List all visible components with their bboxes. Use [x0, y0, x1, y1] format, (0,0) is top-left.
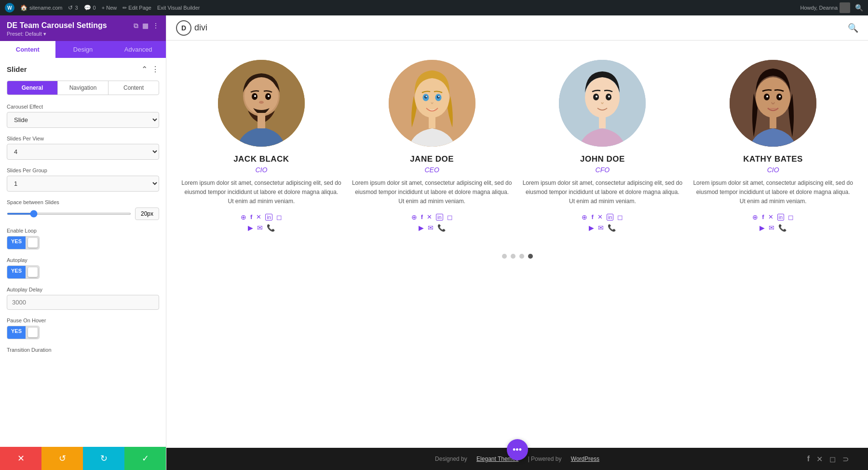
linkedin-icon-1[interactable]: in — [265, 214, 272, 221]
team-name-1: JACK BLACK — [233, 154, 289, 164]
carousel-dot-2[interactable] — [511, 254, 515, 259]
linkedin-icon-3[interactable]: in — [607, 214, 614, 221]
carousel-effect-select[interactable]: Slide Fade Cube Coverflow — [7, 112, 159, 128]
autoplay-delay-input[interactable] — [7, 295, 159, 310]
autoplay-delay-label: Autoplay Delay — [7, 287, 159, 292]
more-icon[interactable]: ⋮ — [152, 22, 159, 29]
mail-icon-2[interactable]: ✉ — [428, 224, 434, 232]
wp-site-name[interactable]: 🏠 sitename.com — [20, 4, 62, 11]
svg-rect-19 — [429, 115, 435, 128]
wp-edit-page[interactable]: ✏ Edit Page — [122, 5, 151, 11]
mail-icon-4[interactable]: ✉ — [769, 224, 774, 232]
globe-icon-4[interactable]: ⊕ — [752, 213, 758, 221]
youtube-icon-4[interactable]: ▶ — [760, 224, 765, 232]
cancel-button[interactable]: ✕ — [0, 447, 41, 470]
carousel-dot-4[interactable] — [528, 254, 533, 259]
wp-new[interactable]: + New — [102, 5, 117, 11]
phone-icon-2[interactable]: 📞 — [437, 224, 446, 232]
instagram-icon-4[interactable]: ◻ — [788, 213, 794, 221]
sub-tab-general[interactable]: General — [7, 81, 58, 95]
pause-on-hover-toggle[interactable]: YES — [7, 326, 40, 339]
tab-content[interactable]: Content — [0, 41, 55, 58]
footer-instagram-icon[interactable]: ◻ — [829, 455, 836, 464]
wp-exit-visual-builder[interactable]: Exit Visual Builder — [157, 5, 200, 11]
pause-on-hover-field: Pause On Hover YES — [7, 318, 159, 339]
wp-updates[interactable]: ↺ 3 — [68, 4, 78, 11]
team-bio-2: Lorem ipsum dolor sit amet, consectetur … — [352, 179, 513, 207]
phone-icon-4[interactable]: 📞 — [778, 224, 787, 232]
autoplay-delay-field: Autoplay Delay — [7, 287, 159, 310]
panel-title-icons: ⧉ ▦ ⋮ — [134, 22, 159, 30]
team-role-2: CEO — [424, 166, 439, 174]
autoplay-toggle-yes: YES — [7, 266, 26, 278]
twitter-x-icon-1[interactable]: ✕ — [256, 213, 261, 221]
facebook-icon-1[interactable]: f — [250, 213, 252, 221]
wp-user-greeting[interactable]: Howdy, Deanna — [800, 2, 850, 13]
mail-icon-3[interactable]: ✉ — [598, 224, 604, 232]
space-between-slides-value[interactable] — [135, 207, 159, 220]
footer-social-icons: f ✕ ◻ ⊃ — [807, 455, 849, 464]
copy-icon[interactable]: ⧉ — [134, 22, 138, 30]
linkedin-icon-4[interactable]: in — [777, 214, 785, 221]
carousel-grid: JACK BLACK CIO Lorem ipsum dolor sit ame… — [181, 60, 854, 235]
carousel-dot-3[interactable] — [519, 254, 524, 259]
wp-logo-item[interactable]: W — [5, 3, 14, 13]
youtube-icon-3[interactable]: ▶ — [589, 224, 594, 232]
footer-facebook-icon[interactable]: f — [807, 455, 810, 464]
carousel-effect-label: Carousel Effect — [7, 104, 159, 110]
autoplay-toggle-row: YES — [7, 265, 159, 279]
reset-button[interactable]: ↺ — [41, 447, 83, 470]
youtube-icon-2[interactable]: ▶ — [419, 224, 424, 232]
save-button[interactable]: ✓ — [124, 447, 166, 470]
enable-loop-toggle[interactable]: YES — [7, 236, 40, 249]
options-icon[interactable]: ⋮ — [151, 65, 159, 74]
redo-button[interactable]: ↻ — [83, 447, 124, 470]
space-between-slides-slider[interactable] — [7, 213, 131, 215]
wp-search-button[interactable]: 🔍 — [855, 4, 863, 12]
divi-search-icon[interactable]: 🔍 — [848, 23, 858, 33]
mail-icon-1[interactable]: ✉ — [257, 224, 263, 232]
tab-advanced[interactable]: Advanced — [110, 41, 166, 58]
wp-admin-bar: W 🏠 sitename.com ↺ 3 💬 0 + New ✏ Edit Pa… — [0, 0, 868, 15]
footer-wordpress-link[interactable]: WordPress — [571, 456, 599, 462]
linkedin-icon-2[interactable]: in — [436, 214, 443, 221]
team-avatar-1 — [218, 60, 305, 147]
svg-rect-35 — [770, 115, 776, 128]
facebook-icon-3[interactable]: f — [591, 213, 593, 221]
facebook-icon-2[interactable]: f — [421, 213, 423, 221]
panel-title: DE Team Carousel Settings — [7, 21, 107, 30]
phone-icon-1[interactable]: 📞 — [267, 224, 275, 232]
slides-per-group-select[interactable]: 1 2 3 4 — [7, 176, 159, 192]
globe-icon-2[interactable]: ⊕ — [411, 213, 417, 221]
instagram-icon-2[interactable]: ◻ — [447, 213, 453, 221]
wp-comments[interactable]: 💬 0 — [84, 4, 96, 11]
team-card-1: JACK BLACK CIO Lorem ipsum dolor sit ame… — [181, 60, 342, 235]
panel-preset[interactable]: Preset: Default ▾ — [7, 31, 159, 37]
footer-twitter-x-icon[interactable]: ✕ — [816, 455, 823, 464]
instagram-icon-1[interactable]: ◻ — [276, 213, 282, 221]
globe-icon-1[interactable]: ⊕ — [241, 213, 246, 221]
pause-on-hover-yes: YES — [7, 326, 26, 339]
team-avatar-4 — [730, 60, 816, 147]
svg-point-26 — [608, 96, 610, 97]
tab-design[interactable]: Design — [55, 41, 111, 58]
space-between-slides-range-row — [7, 207, 159, 220]
sub-tab-navigation[interactable]: Navigation — [58, 81, 108, 95]
twitter-x-icon-2[interactable]: ✕ — [427, 213, 432, 221]
fab-menu-button[interactable]: ••• — [507, 439, 528, 460]
slides-per-view-select[interactable]: 1 2 3 4 5 6 — [7, 144, 159, 160]
carousel-dot-1[interactable] — [502, 254, 507, 259]
facebook-icon-4[interactable]: f — [762, 213, 764, 221]
sub-tab-content[interactable]: Content — [108, 81, 159, 95]
instagram-icon-3[interactable]: ◻ — [617, 213, 623, 221]
youtube-icon-1[interactable]: ▶ — [248, 224, 253, 232]
twitter-x-icon-4[interactable]: ✕ — [768, 213, 773, 221]
autoplay-toggle[interactable]: YES — [7, 265, 40, 279]
phone-icon-3[interactable]: 📞 — [608, 224, 616, 232]
globe-icon-3[interactable]: ⊕ — [582, 213, 587, 221]
twitter-x-icon-3[interactable]: ✕ — [597, 213, 603, 221]
layout-icon[interactable]: ▦ — [142, 22, 149, 29]
footer-rss-icon[interactable]: ⊃ — [842, 455, 849, 464]
collapse-icon[interactable]: ⌃ — [141, 65, 148, 74]
divi-logo: D divi — [176, 20, 207, 36]
